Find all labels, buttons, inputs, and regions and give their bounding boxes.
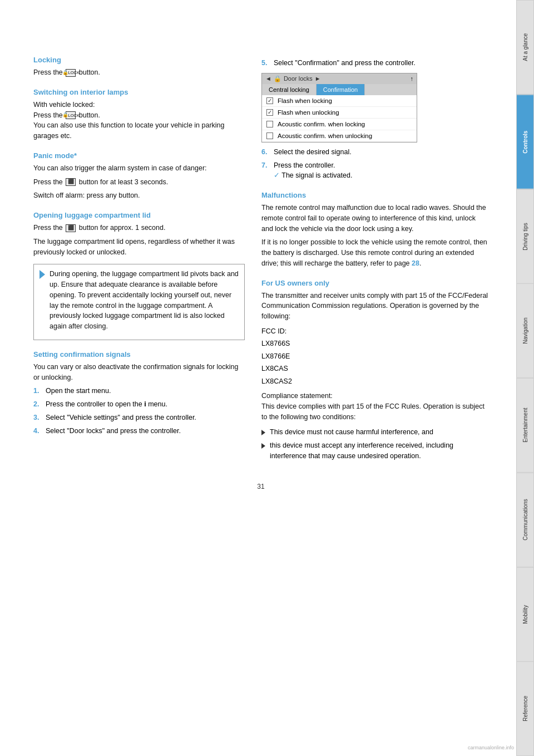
checkbox-flash-unlocking <box>266 109 273 116</box>
ui-header-nav: ◄ 🔒 Door locks ► ↑ <box>262 73 417 84</box>
step-5-text: Select "Confirmation" and press the cont… <box>274 58 416 68</box>
step-3: 3. Select "Vehicle settings" and press t… <box>33 413 245 423</box>
right-steps-bottom: 6. Select the desired signal. 7. Press t… <box>261 147 488 181</box>
sidebar-tab-mobility[interactable]: Mobility <box>516 567 534 662</box>
switching-heading: Switching on interior lamps <box>33 88 245 96</box>
luggage-press: Press the ⬛ button for approx. 1 second. <box>33 223 245 233</box>
ui-row-acoustic-locking: Acoustic confirm. when locking <box>262 119 417 130</box>
luggage-text: The luggage compartment lid opens, regar… <box>33 237 245 258</box>
switching-text: With vehicle locked: Press the 🔒LOCK but… <box>33 100 245 141</box>
sidebar-tab-navigation-label: Navigation <box>522 318 528 344</box>
locking-text: Press the 🔒 LOCK button. <box>33 67 245 78</box>
sidebar-tab-reference[interactable]: Reference <box>516 661 534 756</box>
panic-heading: Panic mode* <box>33 151 245 160</box>
fcc-line-2: LX8766E <box>261 352 290 360</box>
malfunctions-para1: The remote control may malfunction due t… <box>261 203 488 234</box>
luggage-note-box: During opening, the luggage compartment … <box>33 264 245 340</box>
panic-switch: Switch off alarm: press any button. <box>33 190 245 201</box>
acoustic-locking-label: Acoustic confirm. when locking <box>278 121 365 127</box>
fcc-line-3: LX8CAS <box>261 365 288 372</box>
bullet-2-triangle <box>261 443 265 449</box>
compliance-heading: Compliance statement: This device compli… <box>261 391 488 422</box>
bullet-1-text: This device must not cause harmful inter… <box>270 427 433 438</box>
step-5-num: 5. <box>261 58 271 68</box>
ui-row-acoustic-unlocking: Acoustic confirm. when unlocking <box>262 130 417 142</box>
confirmation-steps: 1. Open the start menu. 2. Press the con… <box>33 386 245 436</box>
checkbox-acoustic-locking <box>266 121 273 127</box>
step-6-num: 6. <box>261 147 271 158</box>
acoustic-unlocking-label: Acoustic confirm. when unlocking <box>278 132 372 139</box>
step-3-text: Select "Vehicle settings" and press the … <box>46 413 196 423</box>
luggage-note-text: During opening, the luggage compartment … <box>50 269 239 332</box>
arrow-right-icon: ► <box>315 75 321 82</box>
ui-screenshot-box: ◄ 🔒 Door locks ► ↑ Central locking Confi… <box>261 73 417 143</box>
confirmation-intro: You can vary or also deactivate the conf… <box>33 362 245 383</box>
sidebar-tab-at-a-glance-label: At a glance <box>522 33 528 61</box>
sidebar-tab-navigation[interactable]: Navigation <box>516 283 534 378</box>
step-2-num: 2. <box>33 399 43 410</box>
step-7-text: Press the controller. ✓ The signal is ac… <box>274 160 352 181</box>
step-6: 6. Select the desired signal. <box>261 147 488 158</box>
tab-confirmation[interactable]: Confirmation <box>317 84 365 95</box>
fcc-line-4: LX8CAS2 <box>261 377 292 385</box>
ui-up-icon: ↑ <box>411 75 414 82</box>
malfunctions-para2: If it is no longer possible to lock the … <box>261 237 488 268</box>
lock-icon-2: 🔒LOCK <box>66 111 76 119</box>
sidebar-tabs: At a glance Controls Driving tips Naviga… <box>516 0 534 756</box>
sidebar-tab-communications-label: Communications <box>522 499 528 540</box>
door-locks-icon: 🔒 <box>274 75 281 82</box>
remote-icon: ⬛ <box>66 178 76 186</box>
step-4: 4. Select "Door locks" and press the con… <box>33 426 245 436</box>
lock-icon: 🔒 LOCK <box>66 69 76 77</box>
confirmation-heading: Setting confirmation signals <box>33 350 245 359</box>
note-triangle-icon <box>39 270 45 279</box>
sidebar-tab-at-a-glance[interactable]: At a glance <box>516 0 534 95</box>
step-1-num: 1. <box>33 386 43 396</box>
step-2: 2. Press the controller to open the i me… <box>33 399 245 410</box>
bullet-2: this device must accept any interference… <box>261 440 488 462</box>
ui-title: Door locks <box>284 75 313 82</box>
step-4-num: 4. <box>33 426 43 436</box>
bullet-2-text: this device must accept any interference… <box>270 440 488 462</box>
arrow-left-icon: ◄ <box>265 75 271 82</box>
locking-heading: Locking <box>33 56 245 64</box>
luggage-icon: ⬛ <box>66 224 76 232</box>
step-3-num: 3. <box>33 413 43 423</box>
tab-central-locking[interactable]: Central locking <box>262 84 317 95</box>
checkbox-flash-locking <box>266 97 273 104</box>
page-ref-link[interactable]: 28 <box>412 259 419 267</box>
sidebar-tab-mobility-label: Mobility <box>522 605 528 624</box>
ui-row-flash-locking: Flash when locking <box>262 95 417 107</box>
flash-unlocking-label: Flash when unlocking <box>278 109 339 116</box>
bullet-1: This device must not cause harmful inter… <box>261 427 488 438</box>
sidebar-tab-entertainment[interactable]: Entertainment <box>516 378 534 473</box>
flash-locking-label: Flash when locking <box>278 97 332 104</box>
page-number: 31 <box>33 483 488 496</box>
sidebar-tab-entertainment-label: Entertainment <box>522 408 528 443</box>
ui-tabs-row: Central locking Confirmation <box>262 84 417 95</box>
step-4-text: Select "Door locks" and press the contro… <box>46 426 181 436</box>
fcc-block: FCC ID: LX8766S LX8766E LX8CAS LX8CAS2 <box>261 325 488 388</box>
compliance-bullets: This device must not cause harmful inter… <box>261 427 488 462</box>
panic-text: You can also trigger the alarm system in… <box>33 163 245 174</box>
panic-press: Press the ⬛ button for at least 3 second… <box>33 177 245 188</box>
compliance-text: This device complies with part 15 of the… <box>261 402 484 421</box>
watermark: carmanualonline.info <box>468 745 514 750</box>
sidebar-tab-controls-label: Controls <box>522 130 528 153</box>
luggage-heading: Opening luggage compartment lid <box>33 211 245 219</box>
fcc-line-0: FCC ID: <box>261 327 286 335</box>
sidebar-tab-driving-tips[interactable]: Driving tips <box>516 189 534 284</box>
sidebar-tab-communications[interactable]: Communications <box>516 473 534 567</box>
us-owners-heading: For US owners only <box>261 279 488 287</box>
malfunctions-heading: Malfunctions <box>261 191 488 199</box>
step-1: 1. Open the start menu. <box>33 386 245 396</box>
bullet-1-triangle <box>261 430 265 435</box>
us-owners-para1: The transmitter and receiver units compl… <box>261 291 488 322</box>
sidebar-tab-controls[interactable]: Controls <box>516 95 534 189</box>
sidebar-tab-driving-tips-label: Driving tips <box>522 223 528 250</box>
step-1-text: Open the start menu. <box>46 386 111 396</box>
step-6-text: Select the desired signal. <box>274 147 352 158</box>
nav-arrows: ◄ 🔒 Door locks ► <box>265 75 321 82</box>
ui-row-flash-unlocking: Flash when unlocking <box>262 107 417 119</box>
sidebar-tab-reference-label: Reference <box>522 696 528 721</box>
